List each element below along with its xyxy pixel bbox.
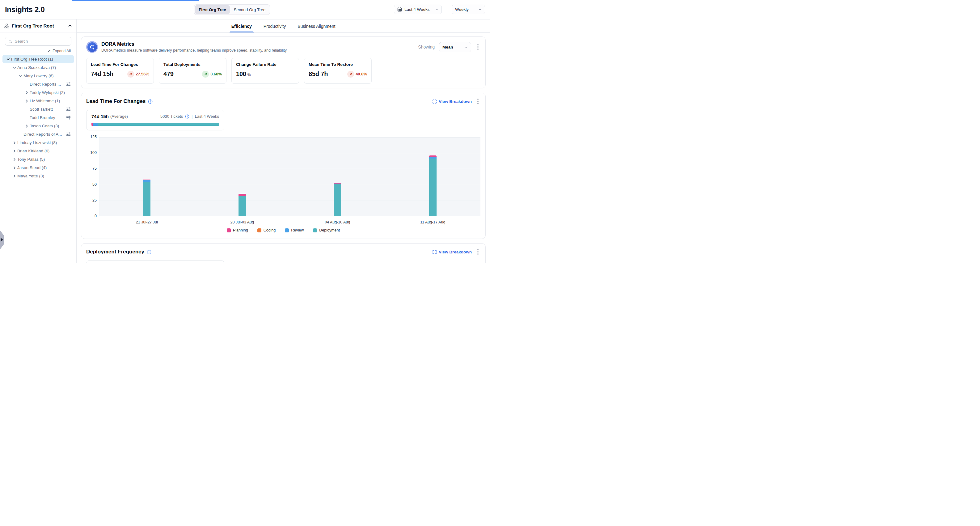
metric-card: Mean Time To Restore85d 7h40.8%	[304, 58, 372, 84]
sidebar-title: First Org Tree Root	[12, 23, 65, 29]
stacked-bar-04-Aug-10-Aug[interactable]	[334, 183, 341, 216]
info-icon[interactable]	[185, 114, 189, 119]
org-tree: First Org Tree Root (1)Anna Scozzafava (…	[0, 55, 76, 183]
chevron-right-icon[interactable]	[25, 99, 29, 103]
bar-segment-review	[143, 180, 150, 182]
tree-item[interactable]: Todd Bromley	[2, 113, 74, 122]
dora-menu-kebab-icon[interactable]	[476, 43, 480, 51]
metric-delta: 40.8%	[347, 71, 367, 78]
chevron-right-icon[interactable]	[13, 166, 16, 170]
granularity-select[interactable]: Weekly	[452, 5, 485, 14]
tree-item-label: Brian Kirkland (6)	[17, 149, 49, 153]
deployment-frequency-panel: Deployment Frequency View Breakdown	[81, 243, 486, 263]
chart-x-axis: 21 Jul-27 Jul28 Jul-03 Aug04 Aug-10 Aug1…	[99, 216, 480, 226]
tree-item[interactable]: Mary Lowery (6)	[2, 72, 74, 80]
tree-item[interactable]: First Org Tree Root (1)	[2, 55, 74, 63]
expand-all-label: Expand All	[52, 49, 71, 53]
tree-item[interactable]: Jason Stead (4)	[2, 164, 74, 172]
deployment-menu-kebab-icon[interactable]	[476, 248, 480, 256]
sidebar-search[interactable]	[5, 37, 72, 46]
tree-item-label: Anna Scozzafava (7)	[17, 65, 56, 70]
showing-label: Showing	[418, 45, 435, 49]
chevron-right-icon[interactable]	[13, 149, 16, 153]
chevron-right-icon[interactable]	[25, 91, 29, 94]
filter-sliders-icon[interactable]	[66, 82, 71, 86]
chevron-down-icon[interactable]	[6, 57, 10, 61]
legend-item-deployment[interactable]: Deployment	[313, 228, 340, 233]
org-toggle-second-org-tree[interactable]: Second Org Tree	[230, 5, 269, 14]
stacked-bar-21-Jul-27-Jul[interactable]	[143, 180, 150, 216]
date-range-select[interactable]: Last 4 Weeks	[394, 5, 442, 14]
tree-item[interactable]: Anna Scozzafava (7)	[2, 63, 74, 72]
chevron-down-icon[interactable]	[13, 66, 16, 70]
tree-item[interactable]: Maya Yette (3)	[2, 172, 74, 180]
collapse-sidebar-chevron-up-icon[interactable]	[68, 24, 72, 28]
tree-item[interactable]: Liz Whittome (1)	[2, 97, 74, 105]
tree-item-label: Direct Reports of A...	[24, 132, 62, 137]
chevron-down-icon	[465, 45, 468, 49]
legend-item-coding[interactable]: Coding	[257, 228, 276, 233]
chevron-right-icon[interactable]	[25, 124, 29, 128]
chevron-down-icon[interactable]	[19, 74, 22, 78]
tree-item-label: Tony Pallas (5)	[17, 157, 45, 162]
breakdown-corners-icon	[433, 250, 437, 254]
search-input[interactable]	[15, 39, 68, 43]
org-toggle-first-org-tree[interactable]: First Org Tree	[195, 5, 230, 14]
trend-up-icon	[204, 72, 207, 76]
summary-value: 74d 15h	[91, 114, 109, 119]
chevron-right-icon[interactable]	[13, 174, 16, 178]
expand-all-button[interactable]: Expand All	[47, 49, 71, 53]
y-tick-label: 50	[92, 182, 97, 186]
stacked-bar-11-Aug-17-Aug[interactable]	[429, 155, 437, 216]
tree-item-label: Mary Lowery (6)	[24, 73, 54, 78]
showing-select[interactable]: Mean	[439, 42, 471, 52]
tree-item[interactable]: Brian Kirkland (6)	[2, 147, 74, 155]
y-tick-label: 0	[95, 214, 97, 218]
tree-item[interactable]: Scott Tarkett	[2, 105, 74, 113]
chevron-right-icon[interactable]	[13, 141, 16, 145]
tree-item[interactable]: Direct Reports of A...	[2, 130, 74, 139]
metric-card: Lead Time For Changes74d 15h27.56%	[86, 58, 154, 84]
metric-title: Lead Time For Changes	[91, 62, 149, 67]
tab-productivity[interactable]: Productivity	[263, 24, 286, 32]
view-breakdown-label: View Breakdown	[439, 250, 472, 254]
legend-label: Review	[291, 228, 304, 233]
lead-time-menu-kebab-icon[interactable]	[476, 97, 480, 105]
deployment-view-breakdown-link[interactable]: View Breakdown	[433, 250, 472, 254]
tab-business-alignment[interactable]: Business Alignment	[297, 24, 336, 32]
tree-item[interactable]: Teddy Wylupski (2)	[2, 88, 74, 97]
legend-item-review[interactable]: Review	[285, 228, 304, 233]
metric-value: 479	[164, 70, 173, 78]
legend-label: Coding	[264, 228, 276, 233]
chevron-right-icon[interactable]	[13, 158, 16, 161]
info-icon[interactable]	[148, 99, 153, 104]
tab-efficiency[interactable]: Efficiency	[231, 24, 252, 32]
legend-swatch	[227, 228, 231, 233]
summary-separator: |	[192, 114, 192, 119]
tree-item[interactable]: Tony Pallas (5)	[2, 155, 74, 164]
metric-value: 85d 7h	[309, 70, 328, 78]
stacked-bar-28-Jul-03-Aug[interactable]	[239, 194, 246, 216]
bar-segment-deployment	[334, 184, 341, 216]
app-title: Insights 2.0	[5, 5, 45, 14]
tree-item[interactable]: Direct Reports ...	[2, 80, 74, 88]
y-tick-label: 75	[92, 166, 97, 171]
metric-delta: 27.56%	[127, 71, 149, 78]
filter-sliders-icon[interactable]	[66, 132, 71, 137]
legend-swatch	[285, 228, 289, 233]
lead-time-view-breakdown-link[interactable]: View Breakdown	[433, 99, 472, 104]
filter-sliders-icon[interactable]	[66, 115, 71, 120]
info-icon[interactable]	[147, 250, 151, 254]
tree-item[interactable]: Jason Coats (3)	[2, 122, 74, 130]
legend-item-planning[interactable]: Planning	[227, 228, 248, 233]
gridline	[99, 201, 480, 201]
gridline	[99, 153, 480, 153]
tree-item-label: First Org Tree Root (1)	[11, 57, 53, 62]
tree-item-label: Direct Reports ...	[30, 82, 61, 86]
x-tick-label: 11 Aug-17 Aug	[420, 220, 445, 225]
x-tick-label: 28 Jul-03 Aug	[231, 220, 254, 225]
filter-sliders-icon[interactable]	[66, 107, 71, 112]
breakdown-corners-icon	[433, 99, 437, 104]
tree-item[interactable]: Lindsay Liszewski (8)	[2, 139, 74, 147]
expand-all-icon	[47, 49, 51, 53]
